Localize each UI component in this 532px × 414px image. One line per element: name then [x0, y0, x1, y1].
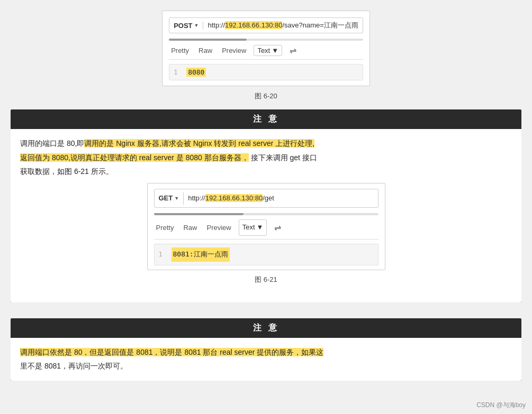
notice2-text1: 里不是 8081，再访问一次即可。	[20, 362, 128, 370]
url-display-get: http://192.168.66.130:80/get	[188, 192, 373, 205]
wrap-icon-21[interactable]: ⇌	[274, 220, 281, 236]
text-dropdown-21[interactable]: Text ▼	[239, 219, 267, 236]
tab-raw-21[interactable]: Raw	[181, 223, 199, 233]
response-line-1: 1 8080	[174, 68, 358, 77]
notice-header-2: 注 意	[11, 318, 521, 338]
request-bar-get: GET ▼ http://192.168.66.130:80/get	[154, 189, 378, 208]
notice-content-2: 调用端口依然是 80，但是返回值是 8081，说明是 8081 那台 real …	[11, 338, 521, 381]
url-display: http://192.168.66.130:80/save?name=江南一点雨	[208, 21, 358, 30]
line-number-1: 1	[174, 69, 182, 76]
method-get-label: GET	[159, 192, 173, 205]
response-body-21: 1 8081:江南一点雨	[154, 244, 378, 265]
notice-content-1: 调用的端口是 80,即调用的是 Nginx 服务器,请求会被 Nginx 转发到…	[11, 129, 521, 302]
progress-bar-fill-21	[154, 213, 244, 215]
figure-21-box: GET ▼ http://192.168.66.130:80/get Prett…	[147, 183, 385, 270]
tab-raw[interactable]: Raw	[196, 45, 214, 56]
wrap-icon[interactable]: ⇌	[290, 45, 296, 56]
method-dropdown-arrow[interactable]: ▼	[194, 23, 199, 28]
tab-preview[interactable]: Preview	[220, 45, 248, 56]
figure-20-caption: 图 6-20	[255, 91, 277, 101]
url-host-highlight: 192.168.66.130:80	[225, 21, 282, 29]
method-label: POST	[174, 22, 192, 30]
notice2-highlight1: 调用端口依然是 80，但是返回值是 8081，说明是 8081 那台 real …	[20, 348, 323, 356]
text-dropdown-arrow: ▼	[272, 47, 278, 54]
response-tabs: Pretty Raw Preview Text ▼ ⇌	[169, 45, 363, 60]
notice-box-2: 注 意 调用端口依然是 80，但是返回值是 8081，说明是 8081 那台 r…	[11, 318, 521, 381]
text-dropdown-label-21: Text	[242, 221, 255, 234]
progress-bar-area	[169, 39, 363, 41]
notice1-text2: 接下来调用 get 接口	[249, 153, 317, 162]
method-get[interactable]: GET ▼	[159, 192, 184, 205]
progress-bar-area-21	[154, 213, 378, 215]
url-suffix: /save?name=江南一点雨	[282, 21, 358, 29]
url-prefix: http://	[208, 21, 225, 29]
method-get-arrow[interactable]: ▼	[174, 194, 179, 203]
figure-20-box: POST ▼ http://192.168.66.130:80/save?nam…	[162, 11, 370, 86]
tab-pretty-21[interactable]: Pretty	[154, 223, 176, 233]
url-get-host-highlight: 192.168.66.130:80	[205, 194, 263, 202]
notice-header-1: 注 意	[11, 109, 521, 129]
response-tabs-21: Pretty Raw Preview Text ▼ ⇌	[154, 219, 378, 240]
watermark: CSDN @与海boy	[476, 401, 526, 410]
response-value-21: 8081:江南一点雨	[172, 247, 230, 262]
url-get-prefix: http://	[188, 194, 205, 202]
notice1-text1: 调用的端口是 80,即	[20, 139, 84, 148]
url-get-suffix: /get	[263, 194, 274, 202]
response-value-20: 8080	[186, 68, 206, 77]
figure-21-caption: 图 6-21	[20, 273, 512, 287]
request-bar-post: POST ▼ http://192.168.66.130:80/save?nam…	[169, 17, 363, 33]
notice-box-1: 注 意 调用的端口是 80,即调用的是 Nginx 服务器,请求会被 Nginx…	[11, 109, 521, 302]
line-number-21-1: 1	[159, 249, 167, 261]
text-dropdown-arrow-21: ▼	[257, 221, 264, 234]
tab-pretty[interactable]: Pretty	[169, 45, 191, 56]
method-post[interactable]: POST ▼	[174, 22, 203, 30]
notice1-text3: 获取数据，如图 6-21 所示。	[20, 167, 113, 176]
response-line-21-1: 1 8081:江南一点雨	[159, 247, 374, 262]
text-dropdown[interactable]: Text ▼	[254, 45, 282, 56]
text-dropdown-label: Text	[257, 47, 270, 54]
progress-bar-fill	[169, 39, 247, 41]
tab-preview-21[interactable]: Preview	[204, 223, 233, 233]
response-body-20: 1 8080	[169, 64, 363, 80]
notice1-highlight1: 调用的是 Nginx 服务器,请求会被 Nginx 转发到 real serve…	[84, 139, 314, 148]
notice1-highlight2: 返回值为 8080,说明真正处理请求的 real server 是 8080 那…	[20, 153, 249, 162]
